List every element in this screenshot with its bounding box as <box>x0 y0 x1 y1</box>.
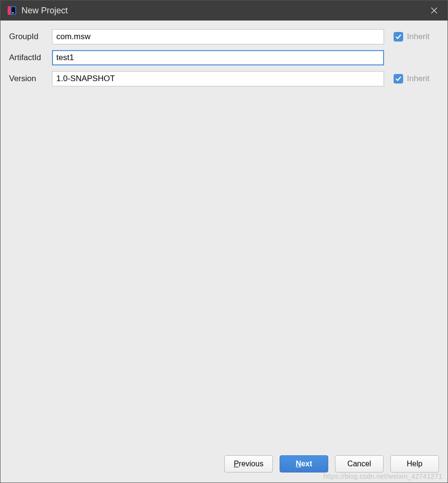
version-inherit-checkbox[interactable] <box>394 74 403 84</box>
version-input[interactable] <box>52 71 384 86</box>
titlebar: New Project <box>0 0 448 21</box>
close-button[interactable] <box>427 4 441 17</box>
new-project-dialog: New Project GroupId Inherit ArtifactId <box>0 0 448 483</box>
dialog-content: GroupId Inherit ArtifactId Version Inher… <box>0 21 448 449</box>
artifactid-label: ArtifactId <box>9 53 52 63</box>
window-title: New Project <box>21 6 427 16</box>
cancel-button[interactable]: Cancel <box>335 455 384 472</box>
groupid-row: GroupId Inherit <box>9 29 439 44</box>
svg-rect-3 <box>12 12 14 13</box>
groupid-inherit-label: Inherit <box>407 32 429 42</box>
groupid-inherit: Inherit <box>394 32 439 42</box>
version-inherit-label: Inherit <box>407 74 429 84</box>
version-row: Version Inherit <box>9 71 439 86</box>
intellij-icon <box>7 6 17 15</box>
version-label: Version <box>9 74 52 84</box>
groupid-inherit-checkbox[interactable] <box>394 32 403 42</box>
artifactid-row: ArtifactId <box>9 50 439 65</box>
help-button[interactable]: Help <box>390 455 439 472</box>
artifactid-input[interactable] <box>52 50 384 65</box>
button-bar: Previous Next Cancel Help <box>0 449 448 483</box>
previous-button[interactable]: Previous <box>224 455 273 472</box>
groupid-label: GroupId <box>9 32 52 42</box>
groupid-input[interactable] <box>52 29 384 44</box>
version-inherit: Inherit <box>394 74 439 84</box>
next-button[interactable]: Next <box>280 455 328 472</box>
